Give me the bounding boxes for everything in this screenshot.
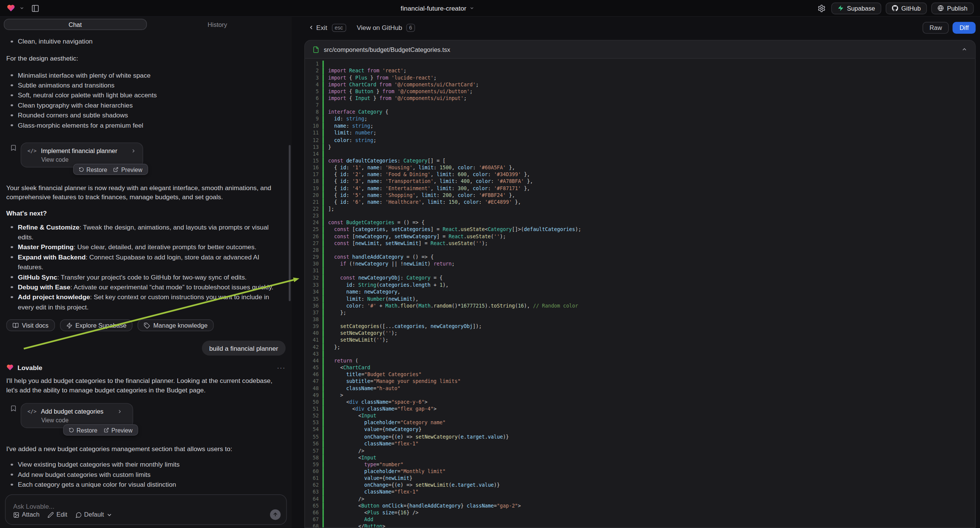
- list-item: View existing budget categories with the…: [6, 460, 286, 469]
- code-line: 25 const [categories, setCategories] = R…: [305, 226, 975, 233]
- code-line: 39 setCategories([...categories, newCate…: [305, 323, 975, 330]
- code-line: 48 className="h-auto": [305, 385, 975, 392]
- code-line: 46 title="Budget Categories": [305, 371, 975, 378]
- code-line: 42 };: [305, 344, 975, 350]
- logo-chevron-down-icon[interactable]: [19, 6, 24, 11]
- bookmark-icon[interactable]: [10, 144, 17, 151]
- chat-mode-icon: [75, 511, 81, 517]
- lovable-logo-icon[interactable]: [6, 4, 16, 13]
- chevron-right-icon: [130, 148, 136, 154]
- settings-gear-icon[interactable]: [818, 4, 826, 12]
- github-icon: [892, 5, 898, 11]
- view-code-link[interactable]: View code: [28, 417, 127, 423]
- chat-input[interactable]: [13, 503, 279, 510]
- code-line: 67 Add: [305, 516, 975, 523]
- code-line: 1: [305, 60, 975, 67]
- code-panel: Exit esc View on GitHub 6 Raw Diff src/c…: [292, 17, 980, 528]
- assistant-paragraph: I'll help you add budget categories to t…: [6, 376, 286, 395]
- exit-button[interactable]: Exit: [308, 24, 327, 32]
- edit-button[interactable]: Edit: [48, 511, 67, 518]
- code-line: 68 </Button>: [305, 523, 975, 528]
- preview-button[interactable]: Preview: [113, 166, 142, 173]
- design-aesthetic-intro: For the design aesthetic:: [6, 54, 286, 63]
- bullet-dot: [11, 296, 13, 298]
- diff-button[interactable]: Diff: [953, 22, 976, 33]
- mode-selector[interactable]: Default: [75, 511, 113, 518]
- assistant-name: Lovable: [18, 364, 42, 371]
- version-actions-toolbar: Restore Preview: [73, 164, 148, 175]
- code-line: 24const BudgetCategories = () => {: [305, 219, 975, 226]
- chat-composer[interactable]: Attach Edit Default: [5, 494, 287, 525]
- code-line: 64 />: [305, 495, 975, 502]
- bullet-dot: [11, 114, 13, 116]
- chevron-down-icon: [107, 511, 113, 517]
- quick-actions-row: Visit docs Explore Supabase Manage knowl…: [6, 319, 286, 331]
- code-line: 44 return (: [305, 358, 975, 364]
- bullet-dot: [11, 474, 13, 476]
- code-line: 29 const handleAddCategory = () => {: [305, 254, 975, 261]
- chevron-left-icon: [308, 24, 314, 30]
- code-line: 28: [305, 247, 975, 254]
- send-button[interactable]: [270, 509, 281, 520]
- view-code-link[interactable]: View code: [28, 156, 136, 163]
- bullet-dot: [11, 74, 13, 76]
- manage-knowledge-button[interactable]: Manage knowledge: [138, 319, 214, 331]
- tab-chat[interactable]: Chat: [4, 19, 146, 30]
- code-line: 65 <Button onClick={handleAddCategory} c…: [305, 503, 975, 509]
- book-icon: [13, 322, 19, 328]
- list-item: GitHub Sync: Transfer your project's cod…: [6, 272, 286, 282]
- view-on-github-link[interactable]: View on GitHub: [357, 24, 402, 32]
- chat-message-list[interactable]: Clean, intuitive navigation For the desi…: [0, 33, 292, 489]
- publish-button[interactable]: Publish: [932, 2, 974, 14]
- explore-supabase-button[interactable]: Explore Supabase: [60, 319, 133, 331]
- code-line: 54 value={newCategory}: [305, 426, 975, 433]
- restore-button[interactable]: Restore: [78, 166, 107, 173]
- code-line: 57 />: [305, 447, 975, 454]
- bullet-dot: [11, 256, 13, 258]
- code-line: 43: [305, 351, 975, 358]
- code-line: 34 name: newCategory,: [305, 289, 975, 296]
- globe-icon: [937, 5, 943, 11]
- code-toolbar: Exit esc View on GitHub 6 Raw Diff: [305, 20, 976, 35]
- github-button[interactable]: GitHub: [886, 2, 927, 14]
- preview-button[interactable]: Preview: [103, 426, 132, 433]
- toggle-sidebar-icon[interactable]: [31, 4, 39, 12]
- chat-scrollbar[interactable]: [289, 145, 291, 301]
- code-line: 14: [305, 150, 975, 157]
- bullet-dot: [11, 84, 13, 86]
- topbar: financial-future-creator Supabase GitHub: [0, 0, 980, 17]
- code-line: 55 onChange={(e) => setNewCategory(e.tar…: [305, 433, 975, 440]
- image-attach-icon: [13, 511, 19, 517]
- visit-docs-button[interactable]: Visit docs: [6, 319, 54, 331]
- code-line: 63 className="flex-1": [305, 488, 975, 495]
- project-switcher[interactable]: financial-future-creator: [401, 0, 475, 16]
- restore-button[interactable]: Restore: [68, 426, 97, 433]
- code-line: 51 <div className="flex gap-4">: [305, 406, 975, 412]
- raw-button[interactable]: Raw: [923, 22, 949, 33]
- more-options-icon[interactable]: ···: [277, 364, 286, 371]
- code-line: 33 id: String(categories.length + 1),: [305, 281, 975, 288]
- tab-history[interactable]: History: [146, 19, 288, 30]
- code-line: 50 <div className="space-y-6">: [305, 399, 975, 406]
- list-item: Each category gets a unique color for vi…: [6, 479, 286, 489]
- code-line: 8interface Category {: [305, 109, 975, 116]
- list-item: Rounded corners and subtle shadows: [6, 110, 286, 120]
- code-line: 37 };: [305, 309, 975, 316]
- bookmark-icon[interactable]: [10, 405, 17, 412]
- code-lines[interactable]: 1 2import React from 'react';3import { P…: [305, 59, 975, 528]
- supabase-bolt-icon: [66, 322, 72, 328]
- bullet-dot: [11, 276, 13, 278]
- code-line: 19 { id: '4', name: 'Entertainment', lim…: [305, 185, 975, 192]
- code-icon: </>: [28, 409, 37, 414]
- collapse-chevron-up-icon[interactable]: [961, 46, 967, 52]
- attach-button[interactable]: Attach: [13, 511, 40, 518]
- list-item: Subtle animations and transitions: [6, 80, 286, 90]
- file-header[interactable]: src/components/budget/BudgetCategories.t…: [305, 41, 975, 59]
- app-window: financial-future-creator Supabase GitHub: [0, 0, 980, 528]
- chevron-right-icon: [117, 409, 123, 414]
- bullet-dot: [11, 94, 13, 96]
- code-line: 30 if (!newCategory || !newLimit) return…: [305, 261, 975, 268]
- assistant-paragraph: Your sleek financial planner is now read…: [6, 183, 286, 202]
- code-line: 7: [305, 102, 975, 109]
- supabase-button[interactable]: Supabase: [831, 2, 881, 14]
